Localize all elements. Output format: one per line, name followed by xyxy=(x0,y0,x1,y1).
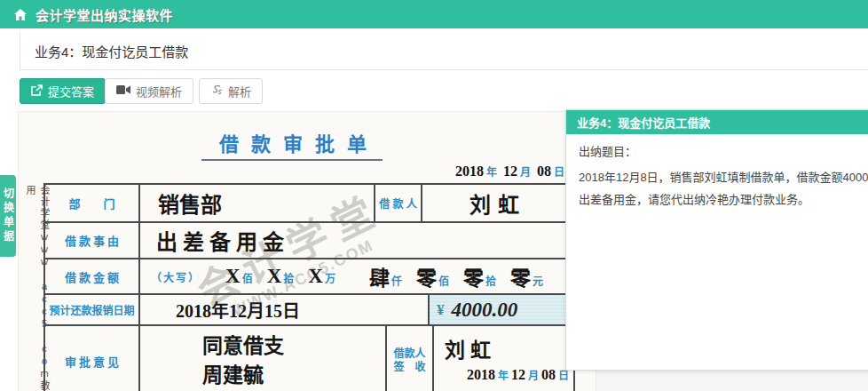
field-value-approval: 同意借支 周建毓 xyxy=(140,326,387,391)
app-title: 会计学堂出纳实操软件 xyxy=(36,5,173,24)
loan-approval-form: 会计学堂www.acc5.com教学专用 借款审批单 2018年 12月 08日… xyxy=(18,111,596,391)
yuan-symbol: ¥ xyxy=(437,301,445,319)
page-title: 业务4：现金付讫员工借款 xyxy=(35,42,188,60)
question-text-line1: 2018年12月8日，销售部刘虹填制借款单，借款金额4000元，款项为 xyxy=(579,166,868,188)
form-date-year: 2018 xyxy=(455,164,484,179)
submit-answer-label: 提交答案 xyxy=(48,83,94,100)
page-background xyxy=(596,371,868,391)
field-label-reason: 借款事由 xyxy=(45,223,140,258)
field-value-amount-words: （大写） X佰 X拾 X万 肆仟 零佰 零拾 零元 xyxy=(140,259,573,293)
field-label-sign: 借款人 签 收 xyxy=(387,326,434,391)
form-title: 借款审批单 xyxy=(43,128,541,156)
caps-pair: 零元 xyxy=(510,261,543,291)
form-date-month: 12 xyxy=(503,164,517,179)
field-value-department: 销售部 xyxy=(140,185,375,221)
question-panel: 业务4：现金付讫员工借款 出纳题目： 2018年12月8日，销售部刘虹填制借款单… xyxy=(565,109,868,371)
signer-name: 刘虹 xyxy=(445,333,496,363)
sign-date: 2018年12月08日 xyxy=(467,367,572,383)
table-row-amount-words: 借款金额 （大写） X佰 X拾 X万 肆仟 零佰 零拾 零元 xyxy=(43,258,575,295)
field-value-sign: 刘虹 2018年12月08日 xyxy=(434,326,573,391)
table-row-approval: 审批意见 同意借支 周建毓 借款人 签 收 刘虹 2018年12月08日 xyxy=(43,324,575,391)
caps-digits: X佰 X拾 X万 肆仟 零佰 零拾 零元 xyxy=(225,261,543,291)
app-header: 会计学堂出纳实操软件 xyxy=(0,0,868,28)
field-value-repay-date: 2018年12月15日 xyxy=(140,295,430,324)
field-label-amount: 借款金额 xyxy=(45,259,140,293)
question-heading: 出纳题目： xyxy=(579,141,868,163)
field-label-borrower: 借 款 人 xyxy=(375,185,422,221)
caps-pair: 零拾 xyxy=(463,261,496,291)
caps-pair: X佰 xyxy=(225,265,253,288)
form-date: 2018年 12月 08日 xyxy=(455,164,567,180)
field-label-approval: 审批意见 xyxy=(45,326,140,391)
form-date-year-unit: 年 xyxy=(486,166,497,179)
field-label-repay-date: 预计还款报销日期 xyxy=(45,295,140,324)
caps-pair: 肆仟 xyxy=(369,261,402,291)
field-label-department: 部 门 xyxy=(45,185,140,221)
analysis-icon xyxy=(210,84,223,99)
external-link-icon xyxy=(31,84,43,99)
form-date-day-unit: 日 xyxy=(554,166,564,179)
caps-prefix: （大写） xyxy=(151,269,201,284)
question-panel-body: 出纳题目： 2018年12月8日，销售部刘虹填制借款单，借款金额4000元，款项… xyxy=(566,134,868,218)
form-date-day: 08 xyxy=(537,164,551,179)
analysis-label: 解析 xyxy=(228,83,251,100)
amount-value: 4000.00 xyxy=(452,299,518,322)
video-analysis-button[interactable]: 视频解析 xyxy=(105,78,193,104)
table-row-repay-date: 预计还款报销日期 2018年12月15日 ¥ 4000.00 xyxy=(43,293,575,326)
video-camera-icon xyxy=(116,84,130,98)
approver-name: 周建毓 xyxy=(202,361,264,390)
field-value-borrower: 刘虹 xyxy=(422,185,573,221)
submit-answer-button[interactable]: 提交答案 xyxy=(20,78,106,104)
question-panel-header: 业务4：现金付讫员工借款 xyxy=(566,110,868,134)
form-date-month-unit: 月 xyxy=(520,166,531,179)
caps-pair: X万 xyxy=(308,265,335,288)
approval-line1: 同意借支 xyxy=(202,331,284,361)
switch-document-tab[interactable]: 切换单据 xyxy=(0,175,16,257)
table-row-department: 部 门 销售部 借 款 人 刘虹 xyxy=(43,183,575,223)
caps-pair: 零佰 xyxy=(416,261,449,291)
page-title-bar: 业务4：现金付讫员工借款 xyxy=(20,32,868,70)
field-value-reason: 出差备用金 xyxy=(140,223,573,258)
video-analysis-label: 视频解析 xyxy=(136,83,182,100)
table-row-reason: 借款事由 出差备用金 xyxy=(43,221,575,259)
question-text-line2: 出差备用金，请您代出纳冷艳办理付款业务。 xyxy=(579,188,868,211)
amount-input[interactable]: ¥ 4000.00 xyxy=(430,295,573,324)
home-icon[interactable] xyxy=(14,9,27,20)
analysis-button[interactable]: 解析 xyxy=(199,78,263,104)
caps-pair: X拾 xyxy=(267,265,295,288)
